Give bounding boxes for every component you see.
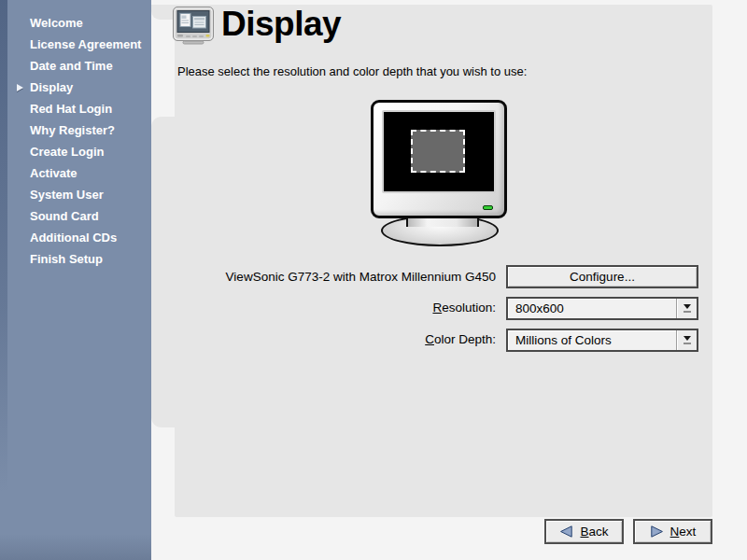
sidebar-item-activate: Activate bbox=[30, 162, 151, 184]
main-area: Display Please select the resolution and… bbox=[151, 0, 747, 560]
sidebar-item-license-agreement: License Agreement bbox=[30, 34, 151, 55]
sidebar-item-label: Display bbox=[30, 80, 73, 94]
resolution-value: 747x560 bbox=[508, 299, 676, 318]
page-title: Display bbox=[221, 4, 341, 45]
resolution-label: Resolution: bbox=[151, 301, 496, 315]
sidebar-item-system-user: System User bbox=[30, 184, 151, 205]
dropdown-underline-mark bbox=[684, 311, 691, 313]
monitor-illustration bbox=[367, 100, 518, 251]
next-mnemonic: N bbox=[670, 525, 680, 539]
sidebar-item-date-and-time: Date and Time bbox=[30, 55, 151, 77]
resolution-dropdown-button[interactable] bbox=[676, 299, 697, 318]
device-label: ViewSonic G773-2 with Matrox Millennium … bbox=[151, 270, 496, 285]
firstboot-window: Welcome License Agreement Date and Time … bbox=[0, 0, 747, 560]
next-button-label: Next bbox=[670, 525, 697, 539]
chevron-down-icon bbox=[684, 304, 691, 309]
monitor-screen bbox=[382, 110, 496, 193]
sidebar-item-create-login: Create Login bbox=[30, 141, 151, 162]
next-label-rest: ext bbox=[679, 525, 696, 539]
sidebar-item-red-hat-login: Red Hat Login bbox=[30, 98, 151, 119]
back-arrow-icon bbox=[559, 525, 573, 538]
color-depth-dropdown-button[interactable] bbox=[676, 330, 697, 350]
resolution-label-rest: esolution: bbox=[442, 301, 496, 315]
instruction-text: Please select the resolution and color d… bbox=[177, 64, 527, 78]
back-button-label: Back bbox=[580, 525, 608, 539]
wizard-steps-sidebar: Welcome License Agreement Date and Time … bbox=[0, 0, 151, 560]
color-depth-value: Millions of Colors bbox=[508, 330, 676, 350]
sidebar-item-sound-card: Sound Card bbox=[30, 205, 151, 227]
sidebar-item-why-register: Why Register? bbox=[30, 119, 151, 141]
monitor-bezel bbox=[371, 100, 507, 218]
chevron-down-icon bbox=[684, 336, 691, 341]
color-depth-label: Color Depth: bbox=[151, 332, 496, 347]
sidebar-item-additional-cds: Additional CDs bbox=[30, 227, 151, 248]
sidebar-item-display: Display bbox=[30, 77, 151, 98]
sidebar-item-welcome: Welcome bbox=[30, 12, 151, 34]
dropdown-underline-mark bbox=[684, 343, 691, 344]
monitor-icon bbox=[172, 6, 215, 47]
current-step-arrow-icon bbox=[17, 84, 23, 91]
sidebar-edge-shadow bbox=[0, 0, 7, 560]
back-button[interactable]: Back bbox=[544, 519, 624, 544]
color-depth-combobox[interactable]: Millions of Colors bbox=[506, 329, 698, 352]
sidebar-item-finish-setup: Finish Setup bbox=[30, 248, 151, 270]
configure-button[interactable]: Configure... bbox=[506, 265, 698, 288]
back-mnemonic: B bbox=[580, 525, 588, 539]
content-panel bbox=[175, 5, 712, 517]
next-button[interactable]: Next bbox=[633, 519, 712, 544]
color-depth-mnemonic: C bbox=[425, 332, 434, 346]
back-label-rest: ack bbox=[589, 525, 609, 539]
color-depth-label-rest: olor Depth: bbox=[434, 332, 496, 346]
sidebar-bottom-shade bbox=[0, 534, 151, 560]
next-arrow-icon bbox=[650, 525, 664, 538]
resolution-combobox[interactable]: 747x560 bbox=[506, 297, 698, 320]
resolution-mnemonic: R bbox=[432, 301, 442, 315]
power-led bbox=[483, 205, 493, 210]
resolution-selection-rect bbox=[411, 130, 465, 173]
wizard-step-list: Welcome License Agreement Date and Time … bbox=[0, 0, 151, 270]
